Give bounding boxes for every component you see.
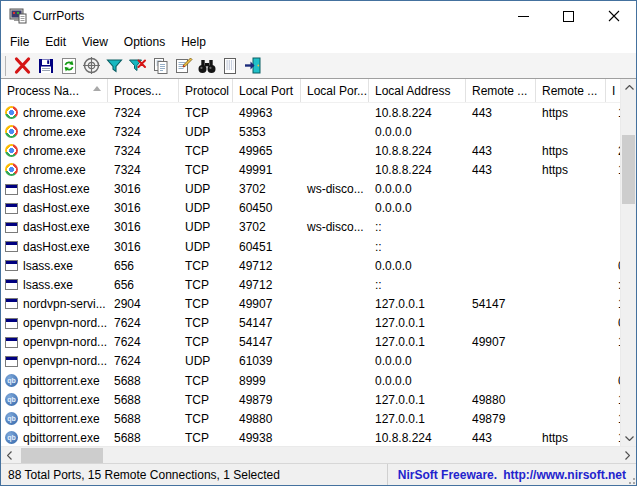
column-header-protocol[interactable]: Protocol bbox=[179, 79, 233, 102]
horizontal-scrollbar[interactable] bbox=[1, 446, 636, 463]
exit-button[interactable] bbox=[241, 54, 264, 77]
process-name-label: openvpn-nord... bbox=[23, 316, 107, 330]
cell-protocol: UDP bbox=[179, 354, 233, 368]
table-row[interactable]: chrome.exe7324TCP4999110.8.8.224443https… bbox=[1, 160, 636, 179]
table-row[interactable]: qbqbittorrent.exe5688TCP4993810.8.8.2244… bbox=[1, 428, 636, 446]
cell-local_port: 49991 bbox=[233, 163, 301, 177]
cell-protocol: TCP bbox=[179, 144, 233, 158]
scroll-up-button[interactable] bbox=[621, 79, 636, 95]
cell-local_port: 61039 bbox=[233, 354, 301, 368]
menu-view[interactable]: View bbox=[76, 33, 114, 51]
column-header-pid[interactable]: Proces... bbox=[108, 79, 179, 102]
column-header-label: Local Por... bbox=[307, 84, 367, 98]
cell-local_port: 49879 bbox=[233, 393, 301, 407]
column-header-label: Remote ... bbox=[472, 84, 527, 98]
table-row[interactable]: openvpn-nord...7624TCP54147127.0.0.14990… bbox=[1, 333, 636, 352]
table-row[interactable]: chrome.exe7324UDP53530.0.0.0 bbox=[1, 122, 636, 141]
table-row[interactable]: qbqbittorrent.exe5688TCP89990.0.0.00 bbox=[1, 371, 636, 390]
filter-button[interactable] bbox=[103, 54, 126, 77]
qbittorrent-icon: qb bbox=[5, 393, 18, 406]
menu-options[interactable]: Options bbox=[118, 33, 171, 51]
column-header-local_port_name[interactable]: Local Por... bbox=[301, 79, 369, 102]
column-header-process[interactable]: Process Na... bbox=[1, 79, 108, 102]
cell-process: openvpn-nord... bbox=[1, 335, 108, 349]
cell-local_port: 8999 bbox=[233, 374, 301, 388]
table-row[interactable]: lsass.exe656TCP49712::: bbox=[1, 275, 636, 294]
status-right-pane: NirSoft Freeware. http://www.nirsoft.net bbox=[387, 464, 636, 485]
nirsoft-link[interactable]: http://www.nirsoft.net bbox=[503, 468, 626, 482]
copy-button[interactable] bbox=[149, 54, 172, 77]
cell-protocol: TCP bbox=[179, 106, 233, 120]
application-window-icon bbox=[5, 260, 18, 271]
close-connection-button[interactable] bbox=[11, 54, 34, 77]
menu-edit[interactable]: Edit bbox=[39, 33, 72, 51]
table-row[interactable]: dasHost.exe3016UDP604500.0.0.0 bbox=[1, 199, 636, 218]
properties-button[interactable] bbox=[172, 54, 195, 77]
cell-process: openvpn-nord... bbox=[1, 316, 108, 330]
cell-protocol: UDP bbox=[179, 125, 233, 139]
table-row[interactable]: qbqbittorrent.exe5688TCP49879127.0.0.149… bbox=[1, 390, 636, 409]
table-row[interactable]: openvpn-nord...7624UDP610390.0.0.0 bbox=[1, 352, 636, 371]
horizontal-scroll-thumb[interactable] bbox=[21, 448, 103, 463]
cell-protocol: TCP bbox=[179, 412, 233, 426]
qbittorrent-icon: qb bbox=[5, 374, 18, 387]
column-header-remote_port_name[interactable]: Remote ... bbox=[536, 79, 606, 102]
table-row[interactable]: chrome.exe7324TCP4996510.8.8.224443https… bbox=[1, 141, 636, 160]
cell-process: openvpn-nord... bbox=[1, 354, 108, 368]
process-name-label: dasHost.exe bbox=[23, 240, 90, 254]
table-row[interactable]: chrome.exe7324TCP4996310.8.8.224443https… bbox=[1, 103, 636, 122]
cell-pid: 2904 bbox=[108, 297, 179, 311]
process-name-label: lsass.exe bbox=[23, 278, 73, 292]
refresh-button[interactable] bbox=[57, 54, 80, 77]
cell-pid: 3016 bbox=[108, 182, 179, 196]
column-header-remote_port[interactable]: Remote ... bbox=[466, 79, 536, 102]
table-row[interactable]: openvpn-nord...7624TCP54147127.0.0.10 bbox=[1, 314, 636, 333]
column-header-label: Process Na... bbox=[7, 84, 79, 98]
process-name-label: chrome.exe bbox=[23, 125, 86, 139]
menu-help[interactable]: Help bbox=[175, 33, 212, 51]
scroll-right-button[interactable] bbox=[619, 447, 636, 463]
scroll-down-button[interactable] bbox=[621, 430, 636, 446]
application-window-icon bbox=[5, 203, 18, 214]
cell-pid: 5688 bbox=[108, 412, 179, 426]
chrome-icon bbox=[5, 125, 18, 138]
resize-grip[interactable] bbox=[627, 476, 635, 484]
vertical-scroll-thumb[interactable] bbox=[622, 135, 635, 204]
cell-pid: 7324 bbox=[108, 106, 179, 120]
table-row[interactable]: nordvpn-servi...2904TCP49907127.0.0.1541… bbox=[1, 294, 636, 313]
cell-local_address: 127.0.0.1 bbox=[369, 297, 466, 311]
cell-protocol: UDP bbox=[179, 240, 233, 254]
scroll-left-button[interactable] bbox=[1, 447, 18, 464]
title-bar: CurrPorts bbox=[1, 1, 636, 31]
cell-protocol: TCP bbox=[179, 163, 233, 177]
table-row[interactable]: dasHost.exe3016UDP3702ws-disco...:: bbox=[1, 218, 636, 237]
save-button[interactable] bbox=[34, 54, 57, 77]
vertical-scrollbar[interactable] bbox=[620, 79, 636, 446]
process-information-button[interactable] bbox=[80, 54, 103, 77]
cell-remote_port: 443 bbox=[466, 163, 536, 177]
column-header-label: Local Address bbox=[375, 84, 450, 98]
find-button[interactable] bbox=[195, 54, 218, 77]
clear-filter-button[interactable] bbox=[126, 54, 149, 77]
table-row[interactable]: lsass.exe656TCP497120.0.0.00 bbox=[1, 256, 636, 275]
cell-local_port: 3702 bbox=[233, 220, 301, 234]
close-button[interactable] bbox=[591, 1, 636, 31]
column-header-local_port[interactable]: Local Port bbox=[233, 79, 301, 102]
table-row[interactable]: qbqbittorrent.exe5688TCP49880127.0.0.149… bbox=[1, 409, 636, 428]
html-report-button[interactable] bbox=[218, 54, 241, 77]
table-row[interactable]: dasHost.exe3016UDP3702ws-disco...0.0.0.0 bbox=[1, 180, 636, 199]
cell-protocol: TCP bbox=[179, 393, 233, 407]
process-name-label: dasHost.exe bbox=[23, 201, 90, 215]
cell-local_address: :: bbox=[369, 240, 466, 254]
column-header-local_address[interactable]: Local Address bbox=[369, 79, 466, 102]
application-window-icon bbox=[5, 279, 18, 290]
table-row[interactable]: dasHost.exe3016UDP60451:: bbox=[1, 237, 636, 256]
cell-protocol: TCP bbox=[179, 316, 233, 330]
app-icon[interactable] bbox=[9, 8, 27, 24]
qbittorrent-icon: qb bbox=[5, 412, 18, 425]
application-window-icon bbox=[5, 241, 18, 252]
menu-file[interactable]: File bbox=[4, 33, 35, 51]
maximize-button[interactable] bbox=[546, 1, 591, 31]
minimize-button[interactable] bbox=[501, 1, 546, 31]
toolbar-grip bbox=[5, 56, 6, 76]
